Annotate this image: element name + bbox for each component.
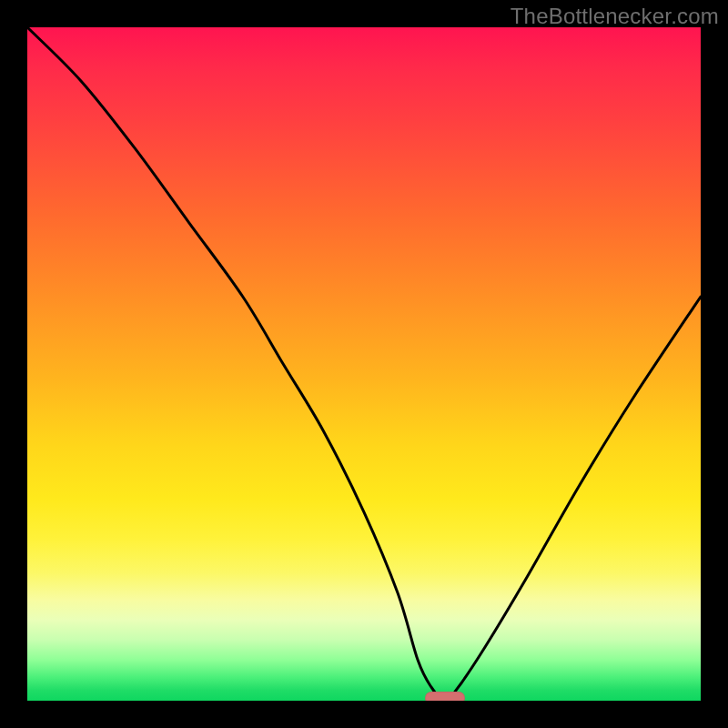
curve-svg: [27, 27, 701, 701]
optimum-marker: [425, 692, 465, 701]
bottleneck-curve: [27, 27, 701, 701]
chart-frame: TheBottlenecker.com: [0, 0, 728, 728]
attribution-text: TheBottlenecker.com: [511, 4, 719, 29]
plot-area: [27, 27, 701, 701]
